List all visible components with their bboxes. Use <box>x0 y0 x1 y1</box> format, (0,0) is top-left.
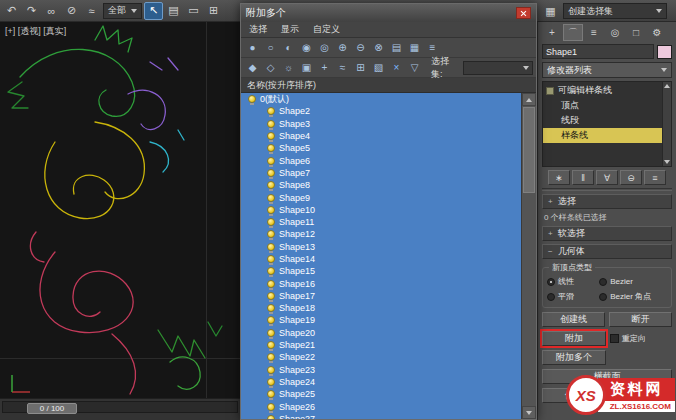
motion-tab[interactable]: ◎ <box>605 24 625 41</box>
dialog-titlebar[interactable]: 附加多个 <box>241 4 536 22</box>
create-tab[interactable]: + <box>542 24 562 41</box>
expand-all-icon[interactable]: ⊕ <box>334 40 351 56</box>
display-helpers-icon[interactable]: + <box>316 60 333 76</box>
list-item[interactable]: Shape18 <box>241 302 521 314</box>
select-invert-icon[interactable]: ◐ <box>280 40 297 56</box>
display-tab[interactable]: □ <box>626 24 646 41</box>
list-item[interactable]: Shape23 <box>241 364 521 376</box>
list-item-root[interactable]: 0(默认) <box>241 93 521 105</box>
stack-item-editable-spline[interactable]: 可编辑样条线 <box>543 83 662 98</box>
unlink-selection-icon[interactable]: ⊘ <box>62 2 81 20</box>
list-item[interactable]: Shape14 <box>241 253 521 265</box>
menu-item[interactable]: 选择 <box>249 23 267 36</box>
list-item[interactable]: Shape11 <box>241 216 521 228</box>
show-end-result-button[interactable]: ‖ <box>572 170 594 185</box>
reorient-checkbox[interactable]: 重定向 <box>610 333 672 344</box>
make-unique-button[interactable]: ∀ <box>596 170 618 185</box>
list-item[interactable]: Shape3 <box>241 118 521 130</box>
list-item[interactable]: Shape22 <box>241 351 521 363</box>
pin-stack-button[interactable]: ∗ <box>548 170 570 185</box>
select-by-name-icon[interactable]: ▤ <box>164 2 183 20</box>
display-groups-icon[interactable]: ⊞ <box>352 60 369 76</box>
list-item[interactable]: Shape5 <box>241 142 521 154</box>
menu-item[interactable]: 显示 <box>281 23 299 36</box>
rollout-soft-selection[interactable]: + 软选择 <box>542 226 672 241</box>
create-line-button[interactable]: 创建线 <box>542 312 605 327</box>
select-all-icon[interactable]: ● <box>244 40 261 56</box>
scroll-down-icon[interactable] <box>522 406 536 419</box>
list-item[interactable]: Shape25 <box>241 388 521 400</box>
display-shapes-icon[interactable]: ◇ <box>262 60 279 76</box>
display-cameras-icon[interactable]: ▣ <box>298 60 315 76</box>
list-item[interactable]: Shape9 <box>241 191 521 203</box>
list-item[interactable]: Shape27 <box>241 413 521 419</box>
list-scrollbar[interactable] <box>521 93 536 419</box>
options-icon[interactable]: ≡ <box>424 40 441 56</box>
radio-option[interactable]: 线性 <box>547 276 597 287</box>
rollout-geometry[interactable]: − 几何体 <box>542 244 672 259</box>
list-item[interactable]: Shape20 <box>241 327 521 339</box>
window-crossing-icon[interactable]: ⊞ <box>204 2 223 20</box>
modifier-list-dropdown[interactable]: 修改器列表 <box>542 62 672 78</box>
stack-subobject-item[interactable]: 样条线 <box>543 128 662 143</box>
stack-subobject-item[interactable]: 顶点 <box>543 98 662 113</box>
clear-display-filter-icon[interactable]: × <box>388 60 405 76</box>
named-selection-sets-icon[interactable]: ▦ <box>541 2 560 20</box>
close-icon[interactable] <box>516 7 531 19</box>
filter-combinations-icon[interactable]: ▽ <box>406 60 423 76</box>
remove-modifier-button[interactable]: ⊖ <box>620 170 642 185</box>
list-item[interactable]: Shape17 <box>241 290 521 302</box>
select-and-link-icon[interactable]: ∞ <box>42 2 61 20</box>
undo-icon[interactable]: ↶ <box>2 2 21 20</box>
display-spacewarps-icon[interactable]: ≈ <box>334 60 351 76</box>
bind-to-space-warp-icon[interactable]: ≈ <box>82 2 101 20</box>
stack-scrollbar[interactable] <box>662 82 671 166</box>
list-item[interactable]: Shape26 <box>241 400 521 412</box>
scroll-up-icon[interactable] <box>664 84 670 88</box>
list-item[interactable]: Shape21 <box>241 339 521 351</box>
list-item[interactable]: Shape7 <box>241 167 521 179</box>
list-item[interactable]: Shape13 <box>241 241 521 253</box>
display-bones-icon[interactable]: ▧ <box>370 60 387 76</box>
radio-option[interactable]: 平滑 <box>547 291 597 302</box>
named-selection-set-dropdown[interactable]: 创建选择集 <box>563 3 667 19</box>
list-item[interactable]: Shape8 <box>241 179 521 191</box>
list-view-icon[interactable]: ▤ <box>388 40 405 56</box>
list-item[interactable]: Shape24 <box>241 376 521 388</box>
attach-button[interactable]: 附加 <box>542 331 606 346</box>
viewport-label[interactable]: [+] [透视] [真实] <box>5 25 66 38</box>
list-item[interactable]: Shape15 <box>241 265 521 277</box>
radio-option[interactable]: Bezier 角点 <box>599 291 667 302</box>
selection-set-dropdown[interactable] <box>463 61 533 75</box>
list-column-header[interactable]: 名称(按升序排序) <box>241 78 536 93</box>
list-item[interactable]: Shape12 <box>241 228 521 240</box>
select-object-icon[interactable]: ↖ <box>144 2 163 20</box>
pick-object-icon[interactable]: ⊗ <box>370 40 387 56</box>
scrollbar-thumb[interactable] <box>523 107 535 193</box>
attach-multiple-button[interactable]: 附加多个 <box>542 350 606 365</box>
list-item[interactable]: Shape10 <box>241 204 521 216</box>
hierarchy-tab[interactable]: ≡ <box>584 24 604 41</box>
display-geometry-icon[interactable]: ◆ <box>244 60 261 76</box>
list-item[interactable]: Shape6 <box>241 154 521 166</box>
perspective-viewport[interactable]: [+] [透视] [真实] <box>0 22 240 398</box>
display-lights-icon[interactable]: ☼ <box>280 60 297 76</box>
time-slider-track[interactable]: 0 / 100 <box>2 401 238 413</box>
scroll-up-icon[interactable] <box>522 93 536 106</box>
selection-filter-dropdown[interactable]: 全部 <box>103 3 142 19</box>
grid-view-icon[interactable]: ▦ <box>406 40 423 56</box>
rectangular-selection-region-icon[interactable]: ▭ <box>184 2 203 20</box>
list-item[interactable]: Shape16 <box>241 277 521 289</box>
find-icon[interactable]: ◎ <box>316 40 333 56</box>
list-item[interactable]: Shape2 <box>241 105 521 117</box>
object-color-swatch[interactable] <box>657 45 672 59</box>
collapse-all-icon[interactable]: ⊖ <box>352 40 369 56</box>
rollout-selection[interactable]: + 选择 <box>542 194 672 209</box>
configure-modifier-sets-button[interactable]: ≡ <box>644 170 666 185</box>
scroll-down-icon[interactable] <box>664 160 670 164</box>
list-item[interactable]: Shape4 <box>241 130 521 142</box>
stack-subobject-item[interactable]: 线段 <box>543 113 662 128</box>
select-none-icon[interactable]: ○ <box>262 40 279 56</box>
modify-tab[interactable]: ⌒ <box>563 24 583 41</box>
break-button[interactable]: 断开 <box>609 312 672 327</box>
